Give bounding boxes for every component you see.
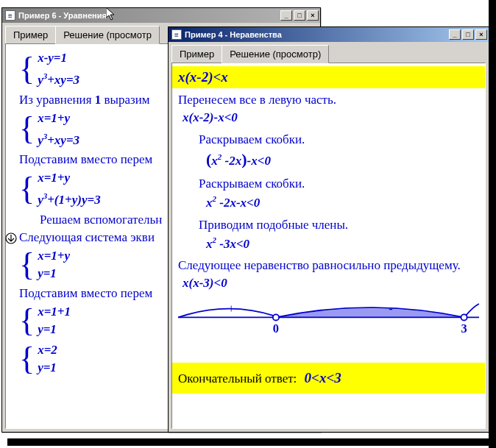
final-answer-row: Окончательный ответ: 0<x<3 [172,363,485,394]
svg-point-1 [273,315,279,321]
titlebar-bg[interactable]: ≡ Пример 6 - Уравнения _ □ × [2,8,320,23]
equation-line: y3+xy=3 [38,128,79,149]
maximize-button[interactable]: □ [294,10,305,21]
content-fg: x(x-2)<x Перенесем все в левую часть. x(… [171,63,486,429]
step-math: (x2 -2x)-x<0 [185,150,479,169]
equation-line: x=1+1 [38,304,71,320]
svg-point-2 [461,315,467,321]
equation-line: y3+xy=3 [38,68,79,88]
title-fg: Пример 4 - Неравенства [185,30,449,39]
mark-3: 3 [461,321,467,335]
equation-line: x=1+y [38,110,79,127]
title-buttons-fg: _ □ × [449,29,487,40]
tab-solution[interactable]: Решение (просмотр) [222,45,329,63]
title-buttons-bg: _ □ × [280,10,319,21]
step-math: x2 -2x-x<0 [185,194,479,210]
page-shadow-bottom [7,438,489,446]
minimize-button[interactable]: _ [449,29,461,40]
sign-plus: + [227,302,235,316]
step-text: Раскрываем скобки. [178,132,479,147]
step-text: Перенесем все в левую часть. [178,93,479,107]
step-text: Следующее неравенство равносильно предыд… [178,258,479,273]
equation-line: x=2 [38,342,57,358]
answer-label: Окончательный ответ: [178,371,297,385]
problem-math: x(x-2)<x [178,69,228,85]
close-button[interactable]: × [475,29,487,40]
equation-line: y=1 [38,360,57,376]
sign-minus: - [389,302,392,316]
page-shadow-right [489,0,496,448]
equation-line: x-y=1 [38,50,79,66]
step-math: x2 -3x<0 [185,235,479,252]
problem-statement: x(x-2)<x [172,66,485,88]
app-icon: ≡ [171,29,182,40]
cursor-icon [106,7,118,22]
equation-line: y3+(1+y)y=3 [38,188,101,208]
tab-example[interactable]: Пример [171,45,222,63]
mark-0: 0 [273,321,279,335]
titlebar-fg[interactable]: ≡ Пример 4 - Неравенства _ □ × [169,27,489,42]
step-text: Приводим подобные члены. [178,218,479,232]
step-math: x(x-2)-x<0 [183,110,479,125]
equation-line: y=1 [38,321,71,338]
step-math: x(x-3)<0 [183,276,479,291]
app-icon: ≡ [5,10,15,21]
window-inequalities: ≡ Пример 4 - Неравенства _ □ × Пример Ре… [168,26,489,433]
number-line-plot: + - 0 3 [178,302,479,340]
tabs-fg: Пример Решение (просмотр) [169,42,489,63]
down-arrow-icon[interactable] [5,232,17,244]
step-text: Раскрываем скобки. [178,177,479,191]
equation-line: y=1 [38,266,70,282]
equation-line: x=1+y [38,248,70,264]
title-bg: Пример 6 - Уравнения [18,11,280,20]
tab-example[interactable]: Пример [5,26,56,43]
equation-line: x=1+y [38,170,101,186]
answer-math: 0<x<3 [305,370,341,385]
minimize-button[interactable]: _ [280,10,292,21]
close-button[interactable]: × [307,10,319,21]
maximize-button[interactable]: □ [462,29,474,40]
tab-solution[interactable]: Решение (просмотр [55,26,160,44]
